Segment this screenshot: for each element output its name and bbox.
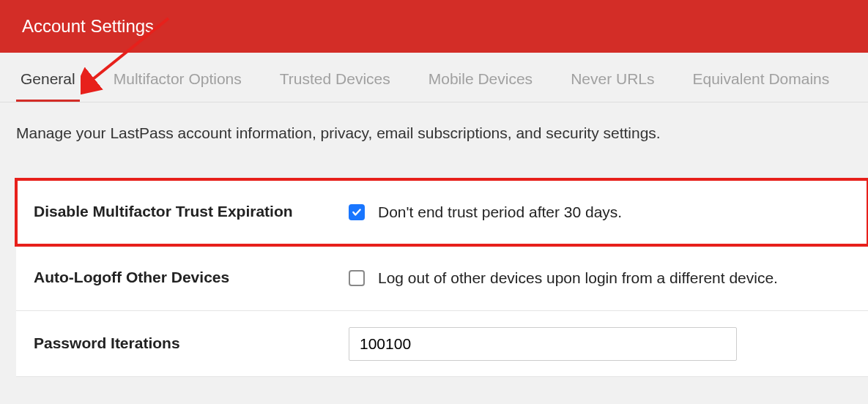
setting-row-auto-logoff: Auto-Logoff Other Devices Log out of oth… bbox=[16, 245, 868, 311]
tab-never-urls[interactable]: Never URLs bbox=[566, 53, 659, 102]
tab-description: Manage your LastPass account information… bbox=[0, 102, 868, 179]
setting-control-auto-logoff: Log out of other devices upon login from… bbox=[331, 255, 868, 302]
tab-equivalent-domains[interactable]: Equivalent Domains bbox=[689, 53, 834, 102]
setting-label-auto-logoff: Auto-Logoff Other Devices bbox=[16, 252, 331, 302]
checkbox-label-auto-logoff: Log out of other devices upon login from… bbox=[378, 269, 778, 287]
checkbox-auto-logoff[interactable] bbox=[349, 270, 365, 286]
setting-row-password-iterations: Password Iterations bbox=[16, 311, 868, 377]
setting-label-password-iterations: Password Iterations bbox=[16, 318, 331, 368]
tab-mobile-devices[interactable]: Mobile Devices bbox=[424, 53, 537, 102]
page-title: Account Settings bbox=[22, 16, 154, 36]
input-password-iterations[interactable] bbox=[349, 327, 737, 361]
tab-general[interactable]: General bbox=[16, 53, 80, 102]
setting-label-multifactor-trust: Disable Multifactor Trust Expiration bbox=[16, 187, 331, 236]
checkbox-label-multifactor-trust: Don't end trust period after 30 days. bbox=[378, 203, 622, 221]
settings-table: Disable Multifactor Trust Expiration Don… bbox=[16, 179, 868, 377]
tab-multifactor-options[interactable]: Multifactor Options bbox=[109, 53, 246, 102]
setting-control-password-iterations bbox=[331, 313, 868, 375]
page-header: Account Settings bbox=[0, 0, 868, 53]
checkbox-multifactor-trust[interactable] bbox=[349, 204, 365, 220]
setting-row-multifactor-trust: Disable Multifactor Trust Expiration Don… bbox=[16, 179, 868, 245]
tab-trusted-devices[interactable]: Trusted Devices bbox=[275, 53, 395, 102]
setting-control-multifactor-trust: Don't end trust period after 30 days. bbox=[331, 189, 868, 236]
tabs-bar: General Multifactor Options Trusted Devi… bbox=[0, 53, 868, 102]
